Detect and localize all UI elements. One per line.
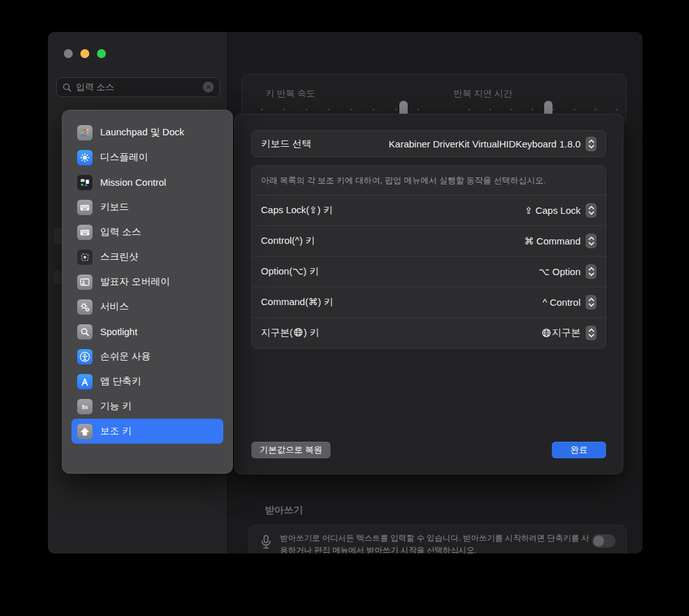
- restore-defaults-button[interactable]: 기본값으로 복원: [251, 442, 330, 458]
- sheet-buttons: 기본값으로 복원 완료: [251, 442, 606, 458]
- slider-tick: [595, 109, 596, 110]
- key-repeat-slider-knob[interactable]: [399, 101, 408, 115]
- search-clear-icon[interactable]: ✕: [203, 82, 214, 93]
- menu-item-label: 앱 단축키: [100, 375, 141, 387]
- search-icon: [63, 83, 71, 92]
- menu-item-label: 스크린샷: [100, 251, 138, 263]
- modifier-key-popup[interactable]: ⌘ Command: [524, 234, 596, 248]
- slider-tick: [395, 109, 397, 110]
- menu-item-label: 서비스: [100, 301, 129, 313]
- stepper-icon[interactable]: [586, 203, 596, 218]
- menu-item-label: 입력 소스: [100, 226, 141, 238]
- stepper-icon[interactable]: [586, 264, 596, 279]
- menu-item-label: 발표자 오버레이: [100, 276, 170, 288]
- function-keys-icon: fn: [77, 399, 93, 414]
- app-shortcuts-icon: [77, 374, 93, 389]
- modifier-key-label: Command(⌘) 키: [261, 296, 333, 308]
- close-button[interactable]: [64, 49, 73, 58]
- menu-item[interactable]: 디스플레이: [71, 145, 223, 170]
- slider-tick: [350, 109, 352, 110]
- svg-text:fn: fn: [82, 403, 88, 410]
- stepper-icon[interactable]: [586, 234, 596, 248]
- menu-item-label: 보조 키: [100, 425, 131, 437]
- modifier-key-popup[interactable]: ⌥ Option: [538, 264, 596, 279]
- keyboard-select-value: Karabiner DriverKit VirtualHIDKeyboard 1…: [389, 139, 581, 149]
- menu-item-label: 기능 키: [100, 400, 131, 412]
- slider-tick: [468, 109, 470, 110]
- launchpad-icon: [77, 125, 93, 140]
- spotlight-icon: [77, 324, 93, 340]
- modifier-keys-sheet: 키보드 선택 Karabiner DriverKit VirtualHIDKey…: [234, 114, 623, 474]
- modifier-description: 아래 목록의 각 보조 키에 대하여, 팝업 메뉴에서 실행할 동작을 선택하십…: [252, 166, 605, 195]
- search-input[interactable]: [76, 82, 198, 93]
- keyboard-icon: [77, 200, 93, 215]
- stepper-icon[interactable]: [586, 137, 596, 151]
- mission-control-icon: [77, 175, 93, 190]
- microphone-icon: [259, 534, 273, 551]
- menu-item-label: Spotlight: [100, 326, 137, 337]
- repeat-delay-slider-knob[interactable]: [544, 101, 552, 115]
- globe-icon: [293, 327, 303, 337]
- menu-item-label: 디스플레이: [100, 151, 148, 163]
- modifier-key-popup[interactable]: ⇪ Caps Lock: [524, 203, 596, 218]
- accessibility-icon: [77, 349, 93, 364]
- menu-item[interactable]: 스크린샷: [71, 244, 223, 269]
- modifier-key-label: Control(^) 키: [261, 235, 315, 247]
- key-repeat-label: 키 반복 속도: [265, 88, 315, 100]
- modifier-key-label: 지구본() 키: [261, 327, 319, 339]
- keyboard-select-popup[interactable]: Karabiner DriverKit VirtualHIDKeyboard 1…: [389, 137, 596, 151]
- keyboard-select-label: 키보드 선택: [261, 138, 311, 150]
- slider-tick: [489, 109, 491, 110]
- menu-item-label: 키보드: [100, 201, 129, 213]
- search-field[interactable]: ✕: [56, 77, 220, 97]
- done-button[interactable]: 완료: [552, 442, 606, 458]
- services-icon: [77, 299, 93, 315]
- slider-tick: [531, 109, 533, 110]
- menu-item[interactable]: 키보드: [71, 195, 223, 220]
- slider-tick: [574, 109, 575, 110]
- minimize-button[interactable]: [80, 49, 89, 58]
- slider-tick: [417, 109, 419, 110]
- stepper-icon[interactable]: [586, 295, 596, 310]
- menu-item[interactable]: 앱 단축키: [71, 369, 223, 394]
- zoom-button[interactable]: [97, 49, 106, 58]
- modifier-key-row: Control(^) 키⌘ Command: [252, 225, 605, 256]
- stepper-icon[interactable]: [586, 326, 596, 340]
- menu-item[interactable]: 보조 키: [71, 419, 223, 444]
- modifier-key-row: 지구본() 키 지구본: [252, 317, 605, 348]
- menu-item[interactable]: 입력 소스: [71, 220, 223, 244]
- modifier-key-popup[interactable]: 지구본: [541, 326, 596, 340]
- slider-tick: [616, 109, 618, 110]
- menu-item[interactable]: 손쉬운 사용: [71, 344, 223, 369]
- menu-item[interactable]: 발표자 오버레이: [71, 269, 223, 294]
- menu-item[interactable]: Spotlight: [71, 319, 223, 344]
- menu-item[interactable]: 서비스: [71, 294, 223, 319]
- slider-tick: [510, 109, 512, 110]
- modifier-key-label: Caps Lock(⇪) 키: [261, 204, 333, 216]
- slider-tick: [373, 109, 374, 110]
- modifier-keys-icon: [77, 424, 93, 439]
- menu-item-label: Mission Control: [100, 177, 166, 188]
- input-source-icon: [77, 225, 93, 240]
- modifier-key-row: Option(⌥) 키⌥ Option: [252, 256, 605, 287]
- slider-tick: [283, 109, 285, 110]
- modifier-key-popup[interactable]: ^ Control: [542, 295, 596, 310]
- category-popup-menu: Launchpad 및 Dock디스플레이Mission Control키보드입…: [62, 110, 233, 474]
- dictation-heading: 받아쓰기: [265, 504, 303, 516]
- dictation-card: 받아쓰기로 어디서든 텍스트를 입력할 수 있습니다. 받아쓰기를 시작하려면 …: [249, 525, 626, 553]
- screenshot-icon: [77, 250, 93, 265]
- dictation-toggle[interactable]: [592, 534, 616, 548]
- display-icon: [77, 150, 93, 165]
- globe-icon: [542, 328, 551, 338]
- menu-item[interactable]: fn기능 키: [71, 394, 223, 419]
- slider-tick: [261, 109, 263, 110]
- menu-item-label: 손쉬운 사용: [100, 350, 151, 363]
- keyboard-select-row: 키보드 선택 Karabiner DriverKit VirtualHIDKey…: [251, 130, 606, 157]
- menu-item[interactable]: Mission Control: [71, 170, 223, 195]
- traffic-lights: [64, 49, 106, 58]
- repeat-delay-label: 반복 지연 시간: [454, 88, 512, 100]
- menu-item[interactable]: Launchpad 및 Dock: [71, 120, 223, 145]
- screen: ✕ ‹ › 키보드 키 반복 속도 반복 지연 시간 받아쓰기: [0, 0, 689, 616]
- modifier-key-row: Command(⌘) 키^ Control: [252, 287, 605, 317]
- dictation-description: 받아쓰기로 어디서든 텍스트를 입력할 수 있습니다. 받아쓰기를 시작하려면 …: [280, 532, 593, 553]
